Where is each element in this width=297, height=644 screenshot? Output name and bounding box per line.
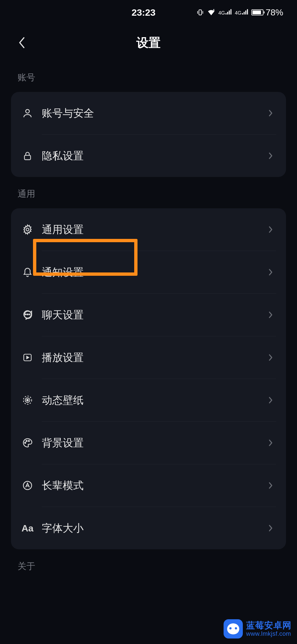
chevron-right-icon	[265, 267, 276, 278]
row-label: 背景设置	[42, 436, 265, 450]
svg-point-20	[27, 399, 29, 401]
chevron-right-icon	[265, 437, 276, 448]
chevron-right-icon	[265, 224, 276, 235]
svg-point-21	[25, 442, 26, 443]
play-icon	[21, 351, 34, 364]
row-font-size[interactable]: Aa 字体大小	[11, 507, 286, 549]
lock-icon	[21, 149, 34, 162]
status-bar: 23:23 6 4G 4G 7	[0, 0, 297, 25]
signal-1-label: 4G	[218, 10, 225, 16]
battery-percent: 78%	[266, 7, 283, 18]
svg-point-16	[29, 314, 30, 315]
svg-rect-8	[245, 10, 246, 14]
svg-rect-7	[244, 12, 245, 15]
row-playback-settings[interactable]: 播放设置	[11, 336, 286, 379]
svg-rect-5	[230, 9, 232, 14]
svg-rect-11	[24, 155, 31, 160]
circle-a-icon	[21, 479, 34, 492]
row-label: 通用设置	[42, 223, 265, 237]
chevron-right-icon	[265, 309, 276, 320]
row-label: 隐私设置	[42, 149, 265, 163]
svg-point-15	[27, 314, 28, 315]
bell-icon	[21, 266, 34, 279]
chat-icon	[21, 308, 34, 321]
chevron-right-icon	[265, 352, 276, 363]
svg-rect-4	[229, 10, 230, 14]
signal-1: 4G	[218, 9, 232, 16]
svg-rect-6	[242, 13, 243, 14]
battery-indicator: 78%	[251, 7, 283, 18]
svg-text:6: 6	[213, 9, 215, 12]
watermark-title: 蓝莓安卓网	[246, 621, 292, 630]
row-label: 通知设置	[42, 265, 265, 279]
chevron-right-icon	[265, 523, 276, 534]
section-account: 账号与安全 隐私设置	[11, 92, 286, 177]
watermark-icon	[224, 619, 243, 638]
page-header: 设置	[0, 25, 297, 61]
chevron-right-icon	[265, 480, 276, 491]
row-background-settings[interactable]: 背景设置	[11, 422, 286, 464]
row-label: 长辈模式	[42, 479, 265, 493]
chevron-right-icon	[265, 150, 276, 161]
svg-point-10	[26, 110, 29, 113]
page-title: 设置	[136, 35, 161, 51]
row-label: 账号与安全	[42, 106, 265, 120]
user-icon	[21, 107, 34, 120]
section-general: 通用设置 通知设置	[11, 208, 286, 549]
signal-2-label: 4G	[235, 10, 241, 16]
back-button[interactable]	[14, 34, 30, 51]
section-title-account: 账号	[11, 61, 286, 92]
battery-icon	[251, 9, 263, 15]
row-live-wallpaper[interactable]: 动态壁纸	[11, 379, 286, 421]
row-elder-mode[interactable]: 长辈模式	[11, 464, 286, 507]
chevron-right-icon	[265, 395, 276, 406]
wifi-6-icon: 6	[207, 9, 216, 16]
svg-point-22	[26, 440, 27, 441]
signal-2: 4G	[235, 9, 249, 16]
row-label: 动态壁纸	[42, 393, 265, 407]
svg-point-23	[28, 440, 29, 441]
svg-rect-9	[247, 9, 248, 14]
section-title-about: 关于	[11, 549, 286, 581]
status-time: 23:23	[131, 7, 155, 18]
row-notification-settings[interactable]: 通知设置	[11, 251, 286, 293]
palette-icon	[21, 436, 34, 449]
row-label: 播放设置	[42, 351, 265, 365]
watermark: 蓝莓安卓网 www.lmkjsf.com	[224, 619, 292, 638]
svg-point-14	[25, 314, 26, 315]
row-privacy-settings[interactable]: 隐私设置	[11, 135, 286, 177]
gear-icon	[21, 223, 34, 236]
svg-rect-3	[227, 12, 228, 15]
row-account-security[interactable]: 账号与安全	[11, 92, 286, 134]
svg-point-12	[26, 228, 29, 231]
target-icon	[21, 394, 34, 407]
watermark-url: www.lmkjsf.com	[246, 631, 292, 637]
vibrate-icon	[196, 9, 204, 16]
row-label: 字体大小	[42, 521, 265, 535]
section-title-general: 通用	[11, 177, 286, 208]
row-chat-settings[interactable]: 聊天设置	[11, 294, 286, 336]
row-label: 聊天设置	[42, 308, 265, 322]
chevron-left-icon	[18, 37, 26, 49]
chevron-right-icon	[265, 108, 276, 119]
row-general-settings[interactable]: 通用设置	[11, 208, 286, 251]
svg-rect-2	[226, 13, 227, 14]
font-icon: Aa	[21, 523, 34, 534]
svg-rect-0	[199, 10, 201, 15]
